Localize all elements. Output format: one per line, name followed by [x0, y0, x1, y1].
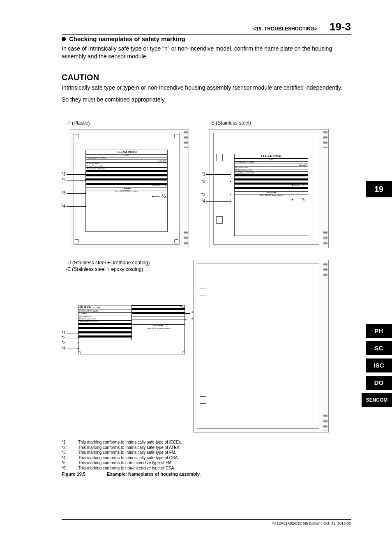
panel-inner: FLEXA C€0344 N200 POWER SUPPLY: 24VDC 4-…: [74, 133, 180, 245]
nameplate-ue: FLEXA C€0344 POWER SUPPLY: 24VDC 4-20mAD…: [78, 305, 185, 354]
screw-icon: [75, 134, 79, 138]
mount-icon: [200, 396, 206, 404]
mount-icon: [216, 216, 223, 224]
pointer-label-4: *4: [201, 199, 205, 204]
tab-sencom[interactable]: SENCOM: [362, 393, 392, 407]
screw-icon: [182, 352, 185, 354]
pointer-label-4: *4: [62, 204, 65, 208]
tab-ph[interactable]: PH: [366, 324, 392, 338]
nameplate-ce: C€0344: [92, 306, 100, 309]
label-u: -U (Stainless steel + urethane coating): [66, 260, 150, 266]
pointer-arrow: [206, 195, 231, 195]
vent-icon: [323, 262, 327, 278]
pointer-label-6: *6: [302, 197, 305, 202]
caution-heading: CAUTION: [62, 73, 351, 82]
nameplate-addr: Tokyo 180-8750 Made in Japan: [235, 194, 308, 197]
nameplate-addr: Tokyo 180-8750 Made in Japan: [86, 190, 167, 192]
header-section: <19. TROUBLESHOOTING>: [253, 26, 317, 32]
screw-icon: [182, 305, 185, 308]
tab-do[interactable]: DO: [366, 376, 392, 390]
pointer-arrow: [185, 320, 190, 320]
pointer-label-3: *3: [62, 191, 65, 195]
label-e: -E (Stainless steel + epoxy coating): [66, 266, 143, 272]
pointer-arrow: [152, 197, 160, 197]
footnote: *5:This marking conforms to non-incendiv…: [62, 460, 201, 466]
pointer-label-2: *2: [62, 335, 65, 340]
screw-icon: [174, 239, 178, 243]
label-p: -P (Plastic): [66, 120, 90, 126]
nameplate-addr: Tokyo 180-8750 Made in Japan: [132, 327, 185, 329]
pointer-arrow: [67, 180, 86, 180]
tab-chapter-19[interactable]: 19: [366, 181, 392, 197]
footnote: *4:This marking conforms to Intrinsicall…: [62, 456, 201, 461]
figure-caption: Figure 19.5 Example: Nameplates of housi…: [62, 472, 201, 477]
label-s: -S (Stainless steel): [210, 120, 251, 126]
nameplate-p: FLEXA C€0344 N200 POWER SUPPLY: 24VDC 4-…: [85, 150, 168, 232]
footnote: *6:This marking conforms to non-incendiv…: [62, 466, 201, 471]
pointer-label-4: *4: [62, 346, 65, 351]
panel-p: FLEXA C€0344 N200 POWER SUPPLY: 24VDC 4-…: [70, 129, 189, 248]
panel-inner: [197, 264, 319, 429]
footnote: *2:This marking conforms to Intrinsicall…: [62, 445, 201, 451]
pointer-arrow: [67, 174, 86, 175]
page-footer: IM 12A01A02-01E 5th Edition : Oct. 31, 2…: [62, 519, 351, 525]
pointer-label-5: *5: [162, 183, 166, 187]
footnote: *3:This marking conforms to Intrinsicall…: [62, 450, 201, 456]
pointer-label-1: *1: [62, 172, 65, 176]
pointer-arrow: [206, 182, 231, 182]
caution-paragraph-2: So they must be combined appropriately.: [62, 96, 351, 104]
nameplate-ce: C€0344: [128, 151, 137, 153]
figure-number: Figure 19.5: [62, 472, 107, 477]
panel-back: [193, 260, 329, 432]
caution-paragraph-1: Intrinsically safe type or type-n or non…: [62, 84, 351, 92]
pointer-label-2: *2: [62, 178, 65, 182]
intro-paragraph: In case of Intrinsically safe type or ty…: [62, 45, 351, 60]
nameplate-power: POWER SUPPLY: 24VDC: [87, 157, 106, 159]
pointer-label-6: *6: [162, 194, 166, 199]
tab-isc[interactable]: ISC: [366, 358, 392, 372]
screw-icon: [174, 134, 178, 138]
screw-icon: [78, 305, 81, 308]
vent-icon: [323, 230, 327, 246]
nameplate-brand: FLEXA: [80, 305, 91, 309]
panel-inner: FLEXA C€0344 N200 POWER SUPPLY: 24VDC 4-…: [213, 133, 319, 245]
pointer-label-3: *3: [62, 340, 65, 345]
panel-s: FLEXA C€0344 N200 POWER SUPPLY: 24VDC 4-…: [210, 129, 329, 248]
screw-icon: [78, 352, 81, 354]
mount-icon: [216, 154, 223, 161]
pointer-arrow: [292, 200, 300, 200]
pointer-arrow: [67, 343, 79, 343]
figure-title: Example: Nameplates of housing assembly.: [107, 472, 201, 477]
vent-icon: [323, 131, 327, 148]
screw-icon: [75, 239, 79, 243]
pointer-label-1: *1: [62, 331, 65, 335]
section-heading-text: Checking nameplates of safety marking: [69, 35, 185, 42]
vent-icon: [184, 230, 188, 246]
pointer-arrow: [67, 338, 79, 338]
page-header: <19. TROUBLESHOOTING> 19-3: [62, 21, 351, 35]
tab-sc[interactable]: SC: [366, 341, 392, 355]
vent-icon: [184, 131, 188, 148]
pointer-arrow: [67, 206, 86, 207]
footnote: *1This marking conforms to Intrinsically…: [62, 440, 201, 445]
bullet-icon: [62, 37, 66, 41]
figure-area: -P (Plastic) -S (Stainless steel) FLEXA …: [62, 120, 349, 445]
pointer-arrow: [206, 201, 231, 202]
pointer-arrow: [67, 333, 79, 333]
nameplate-power: POWER SUPPLY: 24VDC: [79, 310, 99, 312]
pointer-arrow: [206, 174, 231, 175]
pointer-arrow: [292, 185, 300, 185]
content-area: Checking nameplates of safety marking In…: [62, 35, 351, 445]
pointer-arrow: [185, 313, 190, 314]
page-number: 19-3: [330, 21, 351, 33]
pointer-label-3: *3: [201, 192, 205, 197]
pointer-label-2: *2: [201, 179, 205, 184]
pointer-label-1: *1: [201, 172, 205, 176]
pointer-arrow: [152, 185, 160, 185]
pointer-arrow: [67, 349, 79, 349]
pointer-arrow: [67, 193, 86, 194]
vent-icon: [323, 414, 327, 430]
nameplate-s: FLEXA C€0344 N200 POWER SUPPLY: 24VDC 4-…: [234, 154, 308, 236]
nameplate-brand: FLEXA: [261, 154, 272, 158]
footnotes: *1This marking conforms to Intrinsically…: [62, 440, 201, 477]
